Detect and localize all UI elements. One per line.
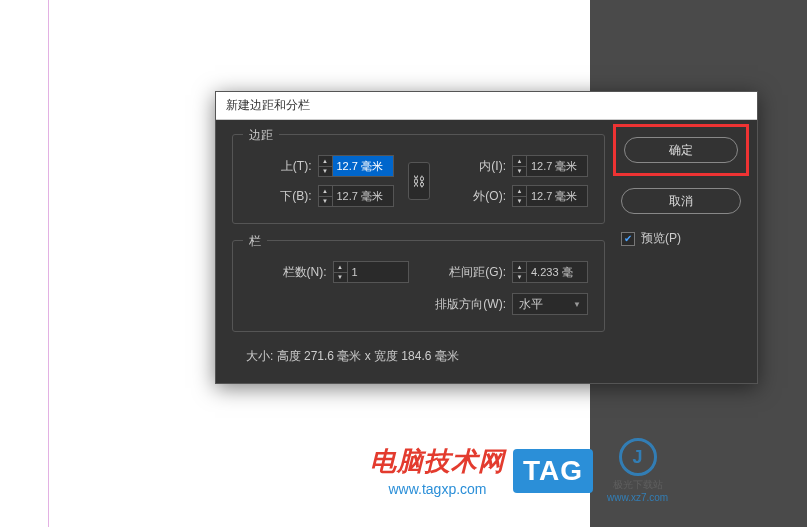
spinner-down-icon[interactable]: ▼	[319, 197, 332, 207]
jiguang-name: 极光下载站	[613, 478, 663, 492]
spinner-up-icon[interactable]: ▲	[513, 186, 526, 197]
margin-top-spinner[interactable]: ▲ ▼	[318, 155, 394, 177]
margin-inner-label: 内(I):	[479, 158, 506, 175]
margins-columns-dialog: 新建边距和分栏 边距 上(T): ▲ ▼	[215, 91, 758, 384]
size-readout: 大小: 高度 271.6 毫米 x 宽度 184.6 毫米	[232, 348, 605, 365]
spinner-down-icon[interactable]: ▼	[513, 197, 526, 207]
spinner-up-icon[interactable]: ▲	[513, 262, 526, 273]
preview-row: ✔ 预览(P)	[621, 230, 741, 247]
columns-fieldset: 栏 栏数(N): ▲ ▼ 栏间距(G):	[232, 240, 605, 332]
margin-inner-spinner[interactable]: ▲ ▼	[512, 155, 588, 177]
margin-guide	[48, 0, 49, 527]
margin-top-label: 上(T):	[281, 158, 312, 175]
margin-outer-label: 外(O):	[473, 188, 506, 205]
preview-checkbox[interactable]: ✔	[621, 232, 635, 246]
ok-button[interactable]: 确定	[624, 137, 738, 163]
column-count-spinner[interactable]: ▲ ▼	[333, 261, 409, 283]
preview-label: 预览(P)	[641, 230, 681, 247]
direction-label: 排版方向(W):	[435, 296, 506, 313]
margin-top-input[interactable]	[332, 155, 394, 177]
column-gutter-label: 栏间距(G):	[449, 264, 506, 281]
margin-top-row: 上(T): ▲ ▼	[249, 155, 394, 177]
direction-row: 排版方向(W): 水平 ▼	[429, 293, 589, 315]
watermark-site-cn: 电脑技术网	[370, 444, 505, 479]
direction-value: 水平	[519, 296, 543, 313]
watermark-area: 电脑技术网 www.tagxp.com TAG J 极光下载站 www.xz7.…	[370, 438, 668, 503]
margin-outer-spinner[interactable]: ▲ ▼	[512, 185, 588, 207]
link-margins-icon[interactable]: ⛓	[408, 162, 430, 200]
column-count-label: 栏数(N):	[283, 264, 327, 281]
margin-bottom-spinner[interactable]: ▲ ▼	[318, 185, 394, 207]
tag-badge: TAG	[513, 449, 593, 493]
columns-legend: 栏	[243, 233, 267, 250]
spinner-down-icon[interactable]: ▼	[513, 167, 526, 177]
column-gutter-row: 栏间距(G): ▲ ▼	[429, 261, 589, 283]
column-count-input[interactable]	[347, 261, 409, 283]
column-gutter-spinner[interactable]: ▲ ▼	[512, 261, 588, 283]
margin-inner-row: 内(I): ▲ ▼	[444, 155, 589, 177]
margin-outer-row: 外(O): ▲ ▼	[444, 185, 589, 207]
column-gutter-input[interactable]	[526, 261, 588, 283]
jiguang-logo: J 极光下载站 www.xz7.com	[607, 438, 668, 503]
spinner-up-icon[interactable]: ▲	[319, 186, 332, 197]
spinner-up-icon[interactable]: ▲	[334, 262, 347, 273]
jiguang-icon: J	[619, 438, 657, 476]
dialog-title: 新建边距和分栏	[216, 92, 757, 120]
spinner-down-icon[interactable]: ▼	[513, 273, 526, 283]
margins-fieldset: 边距 上(T): ▲ ▼ ⛓ 内(I)	[232, 134, 605, 224]
spinner-down-icon[interactable]: ▼	[334, 273, 347, 283]
margin-bottom-input[interactable]	[332, 185, 394, 207]
watermark-site-url: www.tagxp.com	[388, 481, 486, 497]
direction-select[interactable]: 水平 ▼	[512, 293, 588, 315]
margin-bottom-row: 下(B): ▲ ▼	[249, 185, 394, 207]
spinner-up-icon[interactable]: ▲	[513, 156, 526, 167]
margin-outer-input[interactable]	[526, 185, 588, 207]
spinner-down-icon[interactable]: ▼	[319, 167, 332, 177]
spinner-up-icon[interactable]: ▲	[319, 156, 332, 167]
cancel-button[interactable]: 取消	[621, 188, 741, 214]
margin-inner-input[interactable]	[526, 155, 588, 177]
ok-highlight-box: 确定	[613, 124, 749, 176]
margins-legend: 边距	[243, 127, 279, 144]
margin-bottom-label: 下(B):	[280, 188, 311, 205]
column-count-row: 栏数(N): ▲ ▼	[249, 261, 409, 283]
chevron-down-icon: ▼	[573, 300, 581, 309]
jiguang-url: www.xz7.com	[607, 492, 668, 503]
